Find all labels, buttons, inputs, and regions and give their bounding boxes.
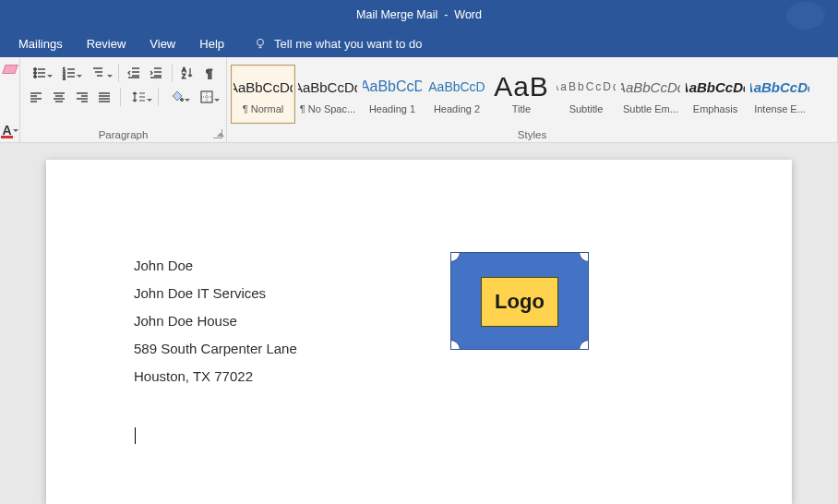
style-name: Intense E...: [754, 103, 806, 114]
justify-button[interactable]: [94, 87, 115, 107]
svg-text:Z: Z: [182, 73, 186, 79]
ribbon-tabs: Mailings Review View Help Tell me what y…: [0, 30, 838, 57]
svg-text:¶: ¶: [206, 66, 212, 80]
style-sample: AaB: [494, 74, 549, 100]
align-center-button[interactable]: [49, 87, 70, 107]
style-sample: AaBbCcDd: [233, 74, 293, 100]
font-group-edge: A: [0, 57, 20, 143]
style-sample: AaBbCcD: [428, 74, 485, 100]
style-name: Heading 1: [369, 103, 415, 114]
style-gallery[interactable]: AaBbCcDd¶ NormalAaBbCcDd¶ No Spac...AaBb…: [231, 61, 832, 124]
style-sample: AaBbCcDd: [621, 74, 680, 100]
style-s-h1[interactable]: AaBbCcDHeading 1: [360, 65, 425, 124]
borders-button[interactable]: [193, 87, 221, 107]
style-sample: AaBbCcDd: [686, 74, 745, 100]
paragraph-dialog-launcher[interactable]: [213, 129, 222, 138]
align-left-button[interactable]: [26, 87, 47, 107]
shading-button[interactable]: [163, 87, 191, 107]
tell-me-placeholder: Tell me what you want to do: [274, 37, 422, 51]
style-sample: AaBbCcDd: [557, 74, 616, 100]
decrease-indent-button[interactable]: [124, 63, 145, 83]
line-spacing-button[interactable]: [126, 87, 153, 107]
style-name: Title: [512, 103, 531, 114]
increase-indent-button[interactable]: [146, 63, 167, 83]
svg-point-0: [257, 39, 264, 45]
svg-text:3: 3: [63, 76, 66, 80]
align-right-button[interactable]: [71, 87, 92, 107]
sort-button[interactable]: AZ: [177, 63, 198, 83]
paragraph-group-label: Paragraph: [20, 129, 226, 140]
svg-point-1: [34, 68, 37, 71]
svg-text:A: A: [182, 66, 186, 73]
bullets-button[interactable]: [26, 63, 54, 83]
style-s-normal[interactable]: AaBbCcDd¶ Normal: [231, 65, 295, 124]
svg-point-2: [34, 72, 37, 75]
style-s-h2[interactable]: AaBbCcDHeading 2: [425, 65, 489, 124]
numbering-button[interactable]: 123: [55, 63, 83, 83]
tell-me-search[interactable]: Tell me what you want to do: [237, 37, 422, 51]
clear-formatting-button[interactable]: [2, 61, 18, 78]
style-s-nospace[interactable]: AaBbCcDd¶ No Spac...: [295, 65, 360, 124]
dropdown-icon: [107, 75, 113, 80]
document-page[interactable]: John Doe John Doe IT Services John Doe H…: [46, 160, 792, 504]
ribbon: A 123: [0, 57, 838, 143]
address-line[interactable]: Houston, TX 77022: [134, 363, 792, 390]
styles-group-label: Styles: [227, 129, 837, 140]
show-hide-marks-button[interactable]: ¶: [199, 63, 221, 83]
dropdown-icon: [13, 129, 18, 135]
style-name: Heading 2: [434, 103, 480, 114]
tab-mailings[interactable]: Mailings: [7, 31, 74, 56]
style-s-title[interactable]: AaBTitle: [489, 65, 554, 124]
account-avatar[interactable]: [786, 2, 825, 30]
style-sample: AaBbCcDd: [750, 74, 809, 100]
logo-text: Logo: [495, 290, 545, 314]
dropdown-icon: [214, 99, 220, 104]
title-bar: Mail Merge Mail - Word: [0, 0, 838, 30]
style-name: ¶ No Spac...: [300, 103, 355, 114]
font-color-button[interactable]: A: [1, 122, 19, 140]
style-name: ¶ Normal: [243, 103, 283, 114]
dropdown-icon: [77, 75, 82, 80]
style-name: Subtle Em...: [623, 103, 678, 114]
style-sample: AaBbCcDd: [298, 74, 357, 100]
eraser-icon: [2, 63, 18, 76]
font-color-icon: A: [1, 125, 12, 138]
dropdown-icon: [185, 99, 190, 104]
document-workspace[interactable]: John Doe John Doe IT Services John Doe H…: [0, 143, 838, 504]
svg-point-3: [34, 76, 37, 78]
document-title: Mail Merge Mail - Word: [356, 8, 482, 21]
multilevel-list-button[interactable]: [85, 63, 113, 83]
svg-point-10: [180, 99, 183, 102]
dropdown-icon: [47, 75, 53, 80]
style-name: Emphasis: [693, 103, 737, 114]
paragraph-group: 123 AZ ¶: [20, 57, 227, 143]
logo-shape[interactable]: Logo: [450, 252, 589, 350]
style-sample: AaBbCcD: [363, 74, 422, 100]
text-cursor: [135, 427, 136, 444]
style-s-emphasis[interactable]: AaBbCcDdEmphasis: [683, 65, 748, 124]
dropdown-icon: [147, 99, 152, 104]
lightbulb-icon: [254, 37, 267, 50]
style-name: Subtitle: [569, 103, 604, 114]
tab-view[interactable]: View: [138, 31, 186, 56]
styles-group: AaBbCcDd¶ NormalAaBbCcDd¶ No Spac...AaBb…: [227, 57, 838, 143]
tab-review[interactable]: Review: [76, 31, 138, 56]
logo-text-box[interactable]: Logo: [481, 277, 558, 327]
tab-help[interactable]: Help: [188, 31, 235, 56]
style-s-subtitle[interactable]: AaBbCcDdSubtitle: [554, 65, 618, 124]
style-s-intense[interactable]: AaBbCcDdIntense E...: [748, 65, 812, 124]
style-s-subtleem[interactable]: AaBbCcDdSubtle Em...: [618, 65, 683, 124]
